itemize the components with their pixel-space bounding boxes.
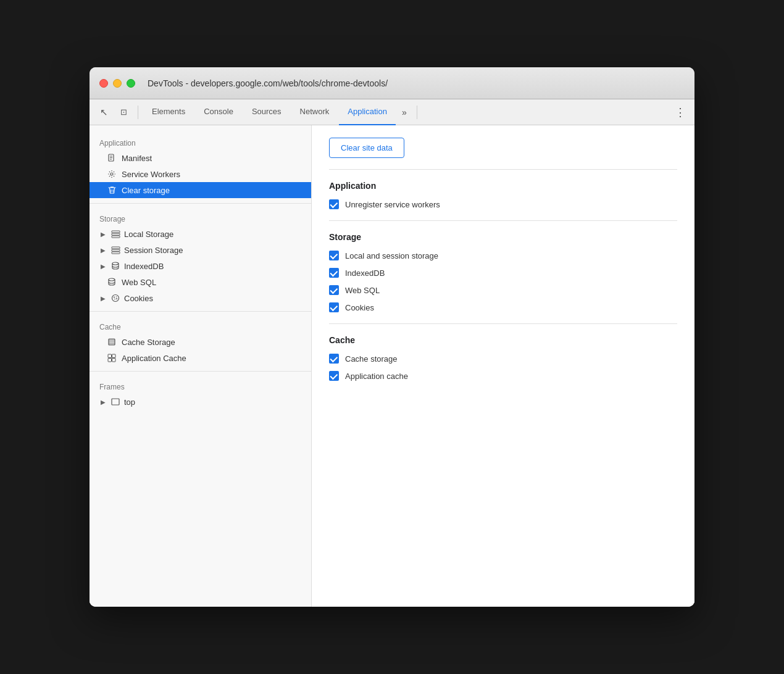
checkbox-label-cache-storage[interactable]: Cache storage [345,354,398,364]
expand-arrow-session: ▶ [99,246,107,254]
svg-point-19 [116,298,117,299]
clear-site-data-button[interactable]: Clear site data [329,138,404,158]
sidebar-item-indexeddb[interactable]: ▶ IndexedDB [90,258,311,274]
more-tabs-button[interactable]: » [397,99,412,125]
checkbox-app-cache[interactable] [329,371,339,381]
tab-application[interactable]: Application [339,99,396,125]
top-frame-label: top [124,397,135,407]
devtools-body: ↖ ⊡ Elements Console Sources Network App… [90,99,694,607]
cache-storage-label: Cache Storage [122,338,175,347]
tab-network[interactable]: Network [291,99,338,125]
sidebar: Application Manifest [90,125,312,607]
close-button[interactable] [99,79,108,88]
sidebar-divider-2 [90,311,311,312]
sidebar-item-manifest[interactable]: Manifest [90,150,311,166]
tab-elements[interactable]: Elements [143,99,194,125]
checkbox-cookies[interactable] [329,302,339,312]
svg-point-18 [114,299,115,300]
sidebar-item-local-storage[interactable]: ▶ Local Storage [90,226,311,242]
gear-icon [107,169,117,179]
sidebar-section-application: Application [90,133,311,150]
session-storage-icon [111,245,120,255]
svg-rect-8 [112,233,120,235]
cookies-label: Cookies [124,294,153,303]
checkbox-cache-storage[interactable] [329,354,339,364]
devtools-window: DevTools - developers.google.com/web/too… [90,67,694,607]
sidebar-item-cache-storage[interactable]: Cache Storage [90,334,311,350]
checkbox-label-app-cache[interactable]: Application cache [345,372,408,381]
tab-separator-2 [417,106,417,119]
sidebar-item-web-sql[interactable]: Web SQL [90,274,311,290]
checkbox-indexeddb[interactable] [329,268,339,278]
checkbox-label-web-sql[interactable]: Web SQL [345,286,380,295]
divider-3 [329,323,677,324]
manifest-label: Manifest [122,154,152,163]
local-storage-label: Local Storage [124,230,173,239]
cache-section-title: Cache [329,335,677,345]
indexeddb-label: IndexedDB [124,262,164,271]
sidebar-item-app-cache[interactable]: Application Cache [90,350,311,366]
maximize-button[interactable] [127,79,135,88]
sidebar-item-clear-storage[interactable]: Clear storage [90,182,311,198]
cursor-icon: ↖ [100,107,108,118]
svg-point-15 [112,295,119,302]
checkbox-local-session[interactable] [329,251,339,260]
minimize-button[interactable] [113,79,122,88]
sidebar-divider-3 [90,371,311,372]
tabs-bar: ↖ ⊡ Elements Console Sources Network App… [90,99,694,125]
content-panel: Clear site data Application Unregister s… [312,125,694,607]
checkbox-label-indexeddb[interactable]: IndexedDB [345,268,385,278]
service-workers-label: Service Workers [122,170,180,179]
checkbox-label-unregister-sw[interactable]: Unregister service workers [345,200,440,209]
expand-arrow-indexeddb: ▶ [99,262,107,270]
svg-rect-28 [112,399,119,405]
svg-rect-10 [112,247,120,249]
content-section-application: Application Unregister service workers [329,181,677,209]
sidebar-item-top-frame[interactable]: ▶ top [90,394,311,410]
checkbox-label-cookies[interactable]: Cookies [345,303,374,312]
checkbox-web-sql[interactable] [329,285,339,295]
svg-rect-24 [108,354,112,358]
svg-rect-11 [112,249,120,251]
local-storage-icon [111,229,120,239]
checkbox-row-local-session: Local and session storage [329,251,677,260]
sidebar-divider-1 [90,203,311,204]
svg-rect-26 [108,359,112,362]
tab-console[interactable]: Console [195,99,242,125]
checkbox-row-unregister-sw: Unregister service workers [329,199,677,209]
window-title: DevTools - developers.google.com/web/too… [148,78,388,88]
svg-rect-12 [112,252,120,254]
web-sql-icon [107,277,117,287]
sidebar-item-service-workers[interactable]: Service Workers [90,166,311,182]
indexeddb-icon [111,261,120,271]
svg-point-14 [109,278,115,281]
content-section-storage: Storage Local and session storage Indexe… [329,232,677,312]
responsive-tool-button[interactable]: ⊡ [114,103,133,122]
checkbox-row-cookies: Cookies [329,302,677,312]
tab-sources[interactable]: Sources [243,99,290,125]
sidebar-section-cache: Cache [90,317,311,334]
manifest-icon [107,153,117,163]
checkbox-label-local-session[interactable]: Local and session storage [345,251,438,260]
cache-storage-icon [107,337,117,347]
content-section-cache: Cache Cache storage Application cache [329,335,677,381]
checkbox-row-web-sql: Web SQL [329,285,677,295]
divider-1 [329,169,677,170]
checkbox-unregister-sw[interactable] [329,199,339,209]
checkbox-row-cache-storage: Cache storage [329,354,677,364]
clear-storage-label: Clear storage [122,186,170,195]
expand-arrow-local: ▶ [99,230,107,238]
responsive-icon: ⊡ [120,107,127,117]
sidebar-item-cookies[interactable]: ▶ Cookies [90,290,311,306]
storage-section-title: Storage [329,232,677,242]
checkbox-row-app-cache: Application cache [329,371,677,381]
web-sql-label: Web SQL [122,278,156,287]
cursor-tool-button[interactable]: ↖ [94,103,113,122]
svg-rect-27 [112,359,116,362]
main-area: Application Manifest [90,125,694,607]
expand-arrow-top: ▶ [99,398,107,406]
kebab-menu-button[interactable]: ⋮ [671,103,690,122]
trash-icon [107,185,117,195]
checkbox-row-indexeddb: IndexedDB [329,268,677,278]
sidebar-item-session-storage[interactable]: ▶ Session Storage [90,242,311,258]
